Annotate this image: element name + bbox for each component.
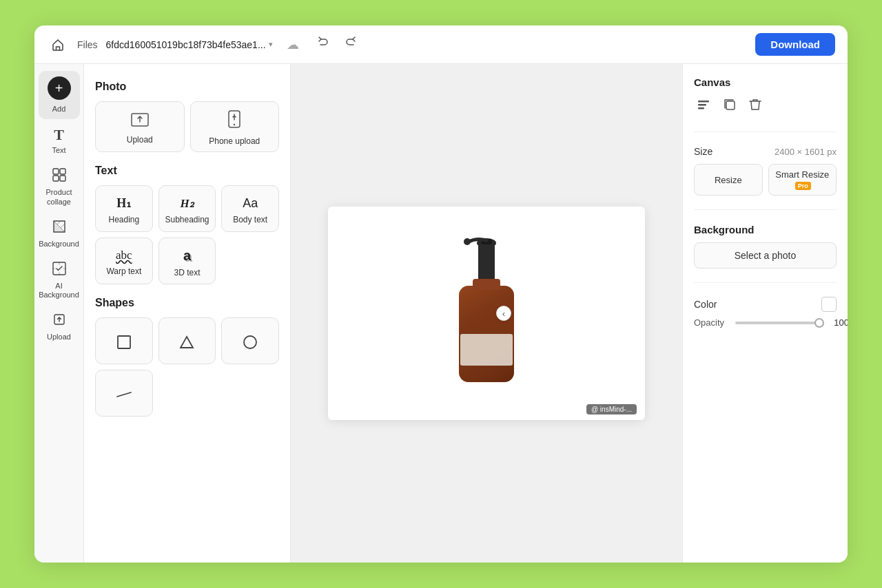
upload-card[interactable]: Upload (95, 101, 185, 152)
svg-rect-18 (473, 279, 500, 290)
filename-chevron-icon: ▾ (269, 40, 273, 49)
subheading-icon: H₂ (180, 196, 194, 211)
heading-icon: H₁ (116, 196, 131, 211)
product-collage-label: Product collage (43, 188, 76, 206)
add-label: Add (52, 105, 66, 114)
select-photo-button[interactable]: Select a photo (694, 242, 837, 269)
size-section: Size 2400 × 1601 px Resize Smart Resize … (694, 146, 837, 196)
product-collage-icon (52, 167, 67, 186)
sidebar-item-product-collage[interactable]: Product collage (39, 162, 80, 211)
sidebar-item-upload[interactable]: Upload (39, 306, 80, 347)
opacity-value: 100 (830, 317, 848, 328)
add-panel: Photo Upload (84, 64, 291, 563)
triangle-icon (177, 333, 196, 352)
warp-text-card[interactable]: abc Warp text (95, 238, 153, 284)
svg-rect-21 (698, 107, 704, 109)
color-section: Color Opacity 100 (694, 297, 837, 328)
3d-text-card[interactable]: a 3D text (158, 238, 216, 284)
filename-display[interactable]: 6fdcd160051019bc18f73b4fe53ae1... ▾ (106, 39, 273, 50)
sidebar-item-background[interactable]: Background (39, 213, 80, 254)
upload-card-label: Upload (127, 135, 153, 145)
files-nav[interactable]: Files (77, 39, 98, 50)
header: Files 6fdcd160051019bc18f73b4fe53ae1... … (34, 25, 848, 64)
square-shape-card[interactable] (95, 317, 153, 364)
line-shape-card[interactable] (95, 370, 153, 417)
filename-text: 6fdcd160051019bc18f73b4fe53ae1... (106, 39, 266, 50)
svg-rect-0 (53, 169, 59, 174)
divider-1 (694, 132, 837, 132)
background-label: Background (39, 240, 79, 249)
divider-2 (694, 209, 837, 210)
size-label: Size (694, 146, 712, 157)
right-panel: Canvas Size 2400 × (682, 64, 848, 563)
delete-button[interactable] (746, 95, 764, 118)
svg-point-17 (464, 238, 471, 245)
canvas-toolbar (694, 95, 837, 118)
size-value: 2400 × 1601 px (775, 147, 837, 157)
collapse-panel-button[interactable]: ‹ (496, 306, 511, 321)
circle-icon (240, 333, 260, 352)
text-grid: H₁ Heading H₂ Subheading Aa Body text ab… (95, 185, 279, 284)
square-icon (114, 333, 134, 352)
resize-button[interactable]: Resize (694, 164, 763, 196)
ai-background-label: AI Background (39, 282, 79, 300)
circle-shape-card[interactable] (221, 317, 279, 364)
body-text-label: Body text (233, 215, 267, 224)
smart-resize-button[interactable]: Smart Resize Pro (768, 164, 837, 196)
divider-3 (694, 282, 837, 283)
background-icon (52, 219, 67, 238)
undo-button[interactable] (313, 34, 334, 55)
resize-buttons: Resize Smart Resize Pro (694, 164, 837, 196)
heading-card[interactable]: H₁ Heading (95, 185, 153, 232)
svg-rect-9 (118, 336, 130, 348)
sidebar-item-ai-background[interactable]: AI Background (39, 255, 80, 305)
3d-text-label: 3D text (174, 268, 200, 277)
canvas-card[interactable]: @ insMind-... (328, 207, 645, 420)
canvas-area: @ insMind-... ‹ (291, 64, 682, 563)
photo-grid: Upload Phone upload (95, 101, 279, 152)
upload-icon (52, 312, 67, 330)
triangle-shape-card[interactable] (158, 317, 216, 364)
opacity-slider[interactable] (735, 322, 824, 324)
body-text-card[interactable]: Aa Body text (221, 185, 279, 232)
svg-point-10 (244, 336, 256, 348)
pro-badge: Pro (795, 182, 811, 190)
opacity-label: Opacity (694, 317, 730, 328)
svg-rect-20 (698, 104, 706, 106)
warp-text-label: Warp text (106, 266, 141, 276)
subheading-label: Subheading (165, 215, 209, 224)
sidebar-item-add[interactable]: + Add (39, 71, 80, 119)
redo-button[interactable] (340, 34, 361, 55)
sidebar-item-text[interactable]: T Text (39, 120, 80, 160)
warp-text-icon: abc (116, 249, 132, 262)
text-label: Text (52, 146, 65, 155)
photo-section-title: Photo (95, 81, 279, 93)
svg-rect-22 (726, 101, 735, 109)
color-label: Color (694, 299, 717, 310)
phone-upload-card[interactable]: Phone upload (190, 101, 280, 152)
color-swatch[interactable] (821, 297, 837, 312)
3d-text-icon: a (183, 248, 191, 264)
download-button[interactable]: Download (755, 33, 835, 56)
body-text-icon: Aa (243, 196, 258, 211)
duplicate-button[interactable] (720, 95, 739, 118)
product-image (438, 231, 535, 396)
svg-rect-2 (53, 176, 59, 181)
background-section-title: Background (694, 224, 837, 235)
canvas-section: Canvas (694, 76, 837, 118)
background-section: Background Select a photo (694, 224, 837, 269)
style-button[interactable] (694, 95, 713, 118)
watermark: @ insMind-... (586, 404, 637, 414)
canvas-section-title: Canvas (694, 76, 837, 88)
home-button[interactable] (47, 34, 69, 56)
heading-label: Heading (108, 215, 139, 224)
svg-point-8 (234, 124, 235, 125)
phone-upload-card-label: Phone upload (209, 136, 260, 146)
icon-bar: + Add T Text Product collage (34, 64, 84, 563)
smart-resize-label: Smart Resize (775, 169, 829, 180)
svg-rect-13 (460, 334, 513, 366)
cloud-sync-icon: ☁ (287, 37, 299, 52)
ai-background-icon (52, 261, 67, 280)
svg-rect-19 (698, 101, 709, 103)
subheading-card[interactable]: H₂ Subheading (158, 185, 216, 232)
